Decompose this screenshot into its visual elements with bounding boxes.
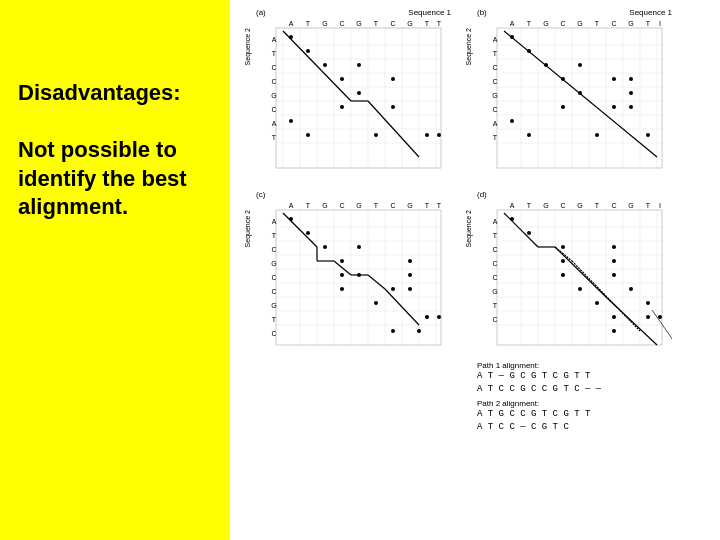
path1-alignment: Path 1 alignment: A T — G C G T C G T T … xyxy=(477,359,601,395)
svg-point-47 xyxy=(391,77,395,81)
svg-point-168 xyxy=(391,329,395,333)
path2-line1: A T G C C G T C G T T xyxy=(477,408,672,421)
svg-text:C: C xyxy=(492,316,497,323)
right-panel: Sequence 2 (a) Sequence 1 A T G C xyxy=(230,0,720,540)
svg-point-99 xyxy=(629,77,633,81)
svg-point-50 xyxy=(391,105,395,109)
left-panel: Disadvantages: Not possible to identify … xyxy=(0,0,230,540)
svg-text:T: T xyxy=(272,316,277,323)
svg-point-220 xyxy=(578,287,582,291)
svg-text:T: T xyxy=(527,20,532,27)
seq2-label-c: Sequence 2 xyxy=(244,210,251,247)
svg-point-105 xyxy=(510,119,514,123)
svg-point-93 xyxy=(510,35,514,39)
svg-text:G: G xyxy=(271,260,276,267)
svg-point-160 xyxy=(357,273,361,277)
svg-text:G: G xyxy=(577,202,582,209)
svg-point-97 xyxy=(561,77,565,81)
svg-text:C: C xyxy=(390,202,395,209)
seq1-label-a: Sequence 1 xyxy=(408,8,451,17)
top-diagrams-row: Sequence 2 (a) Sequence 1 A T G C xyxy=(240,8,710,182)
svg-text:C: C xyxy=(271,106,276,113)
svg-point-106 xyxy=(527,133,531,137)
seq2-label-b: Sequence 2 xyxy=(465,28,472,65)
svg-text:A: A xyxy=(272,218,277,225)
svg-text:C: C xyxy=(271,64,276,71)
svg-point-219 xyxy=(612,273,616,277)
svg-text:G: G xyxy=(271,302,276,309)
svg-text:C: C xyxy=(390,20,395,27)
svg-text:C: C xyxy=(339,202,344,209)
svg-text:A: A xyxy=(510,20,515,27)
svg-text:G: G xyxy=(322,20,327,27)
svg-point-224 xyxy=(612,315,616,319)
svg-text:A: A xyxy=(493,218,498,225)
alignments: Path 1 alignment: A T — G C G T C G T T … xyxy=(477,359,672,395)
svg-text:C: C xyxy=(611,202,616,209)
svg-text:G: G xyxy=(577,20,582,27)
svg-text:G: G xyxy=(356,202,361,209)
disadvantages-title: Disadvantages: xyxy=(18,80,212,106)
path2-section: Path 2 alignment: A T G C C G T C G T T … xyxy=(477,399,672,433)
svg-point-43 xyxy=(306,49,310,53)
svg-point-225 xyxy=(646,315,650,319)
bottom-row: Sequence 2 (c) A T G C G T xyxy=(240,190,710,433)
svg-text:I: I xyxy=(659,202,661,209)
svg-text:T: T xyxy=(374,20,379,27)
svg-text:A: A xyxy=(272,120,277,127)
svg-text:T: T xyxy=(425,202,430,209)
svg-point-156 xyxy=(357,245,361,249)
svg-text:T: T xyxy=(437,202,442,209)
svg-point-102 xyxy=(561,105,565,109)
svg-text:C: C xyxy=(271,246,276,253)
dotmatrix-a: A T G C G T C G T T A T C C xyxy=(256,18,451,178)
svg-text:T: T xyxy=(306,20,311,27)
svg-text:T: T xyxy=(437,20,442,27)
diagram-a: Sequence 2 (a) Sequence 1 A T G C xyxy=(240,8,451,182)
diagram-a-label: (a) xyxy=(256,8,266,17)
svg-point-218 xyxy=(561,273,565,277)
svg-point-222 xyxy=(595,301,599,305)
svg-text:T: T xyxy=(272,50,277,57)
svg-text:T: T xyxy=(425,20,430,27)
svg-point-154 xyxy=(306,231,310,235)
svg-point-162 xyxy=(340,287,344,291)
svg-text:G: G xyxy=(407,20,412,27)
svg-text:T: T xyxy=(527,202,532,209)
svg-text:C: C xyxy=(492,64,497,71)
svg-point-227 xyxy=(612,329,616,333)
svg-text:C: C xyxy=(271,288,276,295)
svg-text:G: G xyxy=(628,20,633,27)
svg-point-165 xyxy=(374,301,378,305)
dotmatrix-c: A T G C G T C G T T A T C G xyxy=(256,200,451,355)
svg-point-95 xyxy=(544,63,548,67)
svg-text:T: T xyxy=(646,202,651,209)
svg-text:I: I xyxy=(659,20,661,27)
svg-text:A: A xyxy=(272,36,277,43)
svg-point-169 xyxy=(417,329,421,333)
svg-point-221 xyxy=(629,287,633,291)
svg-text:C: C xyxy=(611,20,616,27)
svg-point-167 xyxy=(437,315,441,319)
svg-text:C: C xyxy=(492,106,497,113)
svg-text:C: C xyxy=(271,330,276,337)
svg-text:T: T xyxy=(272,232,277,239)
svg-rect-56 xyxy=(497,28,662,168)
svg-text:C: C xyxy=(271,78,276,85)
svg-point-223 xyxy=(646,301,650,305)
svg-text:T: T xyxy=(595,20,600,27)
svg-text:C: C xyxy=(271,274,276,281)
svg-text:T: T xyxy=(493,232,498,239)
svg-text:G: G xyxy=(628,202,633,209)
svg-point-46 xyxy=(340,77,344,81)
diagram-c: Sequence 2 (c) A T G C G T xyxy=(240,190,451,433)
svg-text:T: T xyxy=(306,202,311,209)
svg-point-94 xyxy=(527,49,531,53)
path2-line2: A T C C — C G T C xyxy=(477,421,672,434)
svg-point-216 xyxy=(561,259,565,263)
svg-point-161 xyxy=(408,273,412,277)
alignment-section: Path 1 alignment: A T — G C G T C G T T … xyxy=(477,359,672,433)
svg-point-166 xyxy=(425,315,429,319)
svg-text:G: G xyxy=(407,202,412,209)
svg-text:G: G xyxy=(492,288,497,295)
